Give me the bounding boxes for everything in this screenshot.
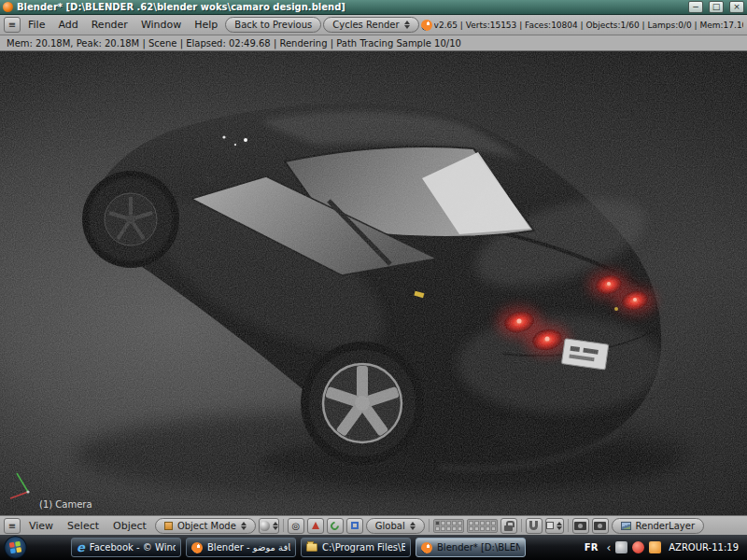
- system-tray: FR ‹ AZROUR-11:19: [581, 540, 741, 554]
- close-button[interactable]: ×: [729, 1, 744, 13]
- snap-element-icon: [546, 522, 554, 529]
- pivot-icon: ◎: [291, 521, 300, 531]
- blender-logo-icon: [421, 20, 432, 31]
- taskbar-button-label: Facebook - © Windo...: [90, 542, 176, 553]
- camera-view-label: (1) Camera: [39, 499, 92, 510]
- scene-statistics: v2.65 | Verts:15153 | Faces:10804 | Obje…: [434, 21, 743, 30]
- viewport-3d[interactable]: (1) Camera: [0, 51, 747, 515]
- taskbar-button-blender-active[interactable]: Blender* [D:\BLENDE...: [416, 538, 526, 557]
- back-to-previous-button[interactable]: Back to Previous: [225, 17, 321, 33]
- taskbar-button-label: Blender - إضافة موضو...: [207, 542, 290, 553]
- taskbar-button-explorer[interactable]: C:\Program Files\Ble...: [301, 538, 411, 557]
- layer-cell[interactable]: [458, 521, 462, 525]
- render-view: [0, 51, 747, 515]
- layers-widget-left[interactable]: [433, 519, 464, 533]
- object-mode-icon: [164, 522, 173, 530]
- snap-element-dropdown[interactable]: [545, 518, 564, 534]
- layer-cell[interactable]: [491, 526, 496, 531]
- tray-app-icon[interactable]: [649, 541, 661, 553]
- separator: [429, 519, 430, 532]
- menu-window[interactable]: Window: [135, 17, 187, 33]
- blender-icon: [191, 542, 203, 553]
- editor-type-button[interactable]: ≡: [4, 17, 21, 33]
- dropdown-arrows-icon: [273, 522, 278, 530]
- taskbar-button-blender-2[interactable]: Blender - إضافة موضو...: [186, 538, 296, 557]
- renderlayer-button[interactable]: RenderLayer: [612, 518, 704, 534]
- window-title: Blender* [D:\BLENDER .62\blender woks\ca…: [17, 2, 683, 12]
- language-indicator[interactable]: FR: [581, 540, 602, 554]
- taskbar-button-facebook[interactable]: e Facebook - © Windo...: [71, 538, 181, 557]
- opengl-render-still-button[interactable]: [572, 518, 589, 534]
- menu-select[interactable]: Select: [62, 518, 105, 534]
- manipulator-scale-toggle[interactable]: [346, 518, 363, 534]
- layer-cell[interactable]: [469, 521, 473, 525]
- menu-object[interactable]: Object: [107, 518, 152, 534]
- render-status-text: Mem: 20.18M, Peak: 20.18M | Scene | Elap…: [7, 38, 461, 49]
- dropdown-arrows-icon: [241, 522, 247, 530]
- translate-arrow-icon: [312, 522, 319, 529]
- folder-icon: [306, 543, 317, 552]
- layer-cell[interactable]: [491, 521, 496, 525]
- snap-magnet-icon: [529, 521, 538, 530]
- layer-cell[interactable]: [446, 526, 451, 531]
- scale-square-icon: [351, 522, 359, 529]
- transform-orientation-value: Global: [375, 521, 405, 531]
- layer-cell[interactable]: [458, 526, 462, 531]
- layers-widget-right[interactable]: [467, 519, 498, 533]
- render-status-bar: Mem: 20.18M, Peak: 20.18M | Scene | Elap…: [0, 35, 747, 51]
- layer-cell[interactable]: [441, 526, 445, 531]
- viewport-shading-icon: [260, 521, 270, 531]
- taskbar-clock[interactable]: AZROUR-11:19: [666, 542, 741, 553]
- layer-cell[interactable]: [480, 526, 485, 531]
- layer-cell[interactable]: [486, 521, 490, 525]
- renderlayer-icon: [621, 522, 631, 530]
- menu-render[interactable]: Render: [86, 17, 134, 33]
- layer-cell[interactable]: [441, 521, 445, 525]
- transform-orientation-dropdown[interactable]: Global: [366, 518, 425, 534]
- rotate-arc-icon: [329, 520, 341, 532]
- layer-cell[interactable]: [474, 526, 479, 531]
- viewport-shading-dropdown[interactable]: [259, 518, 279, 534]
- hidden-icons-chevron[interactable]: ‹: [606, 542, 611, 553]
- snap-toggle[interactable]: [526, 518, 543, 534]
- windows-taskbar: e Facebook - © Windo... Blender - إضافة …: [0, 535, 747, 560]
- menu-add[interactable]: Add: [52, 17, 83, 33]
- layer-cell[interactable]: [486, 526, 490, 531]
- lock-to-scene-toggle[interactable]: [500, 518, 517, 534]
- minimize-button[interactable]: −: [688, 1, 703, 13]
- dropdown-arrows-icon: [410, 522, 416, 530]
- pivot-dropdown[interactable]: ◎: [288, 518, 304, 534]
- dropdown-arrows-icon: [404, 21, 410, 29]
- editor-type-button[interactable]: ≡: [4, 518, 21, 534]
- tray-volume-icon[interactable]: [615, 541, 627, 553]
- taskbar-buttons: e Facebook - © Windo... Blender - إضافة …: [71, 538, 526, 557]
- maximize-button[interactable]: □: [709, 1, 724, 13]
- mode-value: Object Mode: [177, 521, 236, 531]
- manipulator-rotate-toggle[interactable]: [327, 518, 344, 534]
- render-engine-dropdown[interactable]: Cycles Render: [323, 17, 418, 33]
- layer-cell[interactable]: [474, 521, 479, 525]
- opengl-render-anim-button[interactable]: [592, 518, 609, 534]
- layer-cell[interactable]: [480, 521, 485, 525]
- menu-view[interactable]: View: [23, 518, 59, 534]
- menu-file[interactable]: File: [22, 17, 50, 33]
- layer-cell[interactable]: [435, 521, 440, 525]
- window-titlebar: Blender* [D:\BLENDER .62\blender woks\ca…: [0, 0, 747, 15]
- mode-dropdown[interactable]: Object Mode: [155, 518, 256, 534]
- start-button[interactable]: [4, 536, 27, 559]
- menu-help[interactable]: Help: [189, 17, 223, 33]
- info-header: ≡ File Add Render Window Help Back to Pr…: [0, 15, 747, 35]
- separator: [568, 519, 569, 532]
- view3d-header: ≡ View Select Object Object Mode ◎ Globa…: [0, 515, 747, 535]
- tray-antivirus-icon[interactable]: [632, 541, 644, 553]
- layer-cell[interactable]: [435, 526, 440, 531]
- blender-icon: [421, 542, 432, 553]
- layer-cell[interactable]: [452, 521, 457, 525]
- taskbar-button-label: C:\Program Files\Ble...: [322, 542, 405, 553]
- layer-cell[interactable]: [469, 526, 473, 531]
- render-engine-value: Cycles Render: [332, 20, 399, 30]
- layer-cell[interactable]: [446, 521, 451, 525]
- camera-icon: [594, 522, 606, 530]
- layer-cell[interactable]: [452, 526, 457, 531]
- manipulator-translate-toggle[interactable]: [307, 518, 324, 534]
